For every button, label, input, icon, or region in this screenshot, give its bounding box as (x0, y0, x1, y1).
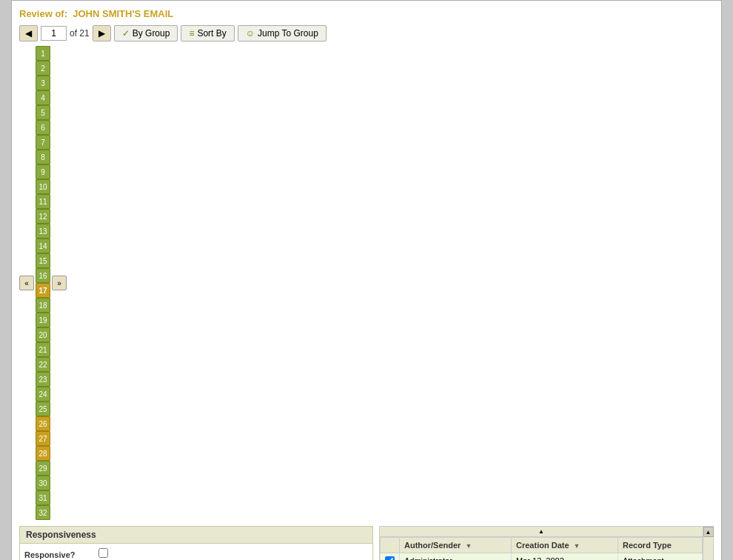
author-col-label: Author/Sender (404, 541, 461, 550)
main-container: Review of: JOHN SMITH'S EMAIL ◀ of 21 ▶ … (11, 0, 722, 560)
right-scrollbar[interactable]: ▲ ▼ (703, 527, 713, 560)
page-num-22[interactable]: 22 (36, 357, 50, 372)
review-subject: JOHN SMITH'S EMAIL (73, 8, 173, 19)
responsiveness-section: Responsiveness Responsive? Responsive To (19, 526, 373, 560)
responsive-checkbox[interactable] (98, 548, 108, 558)
checkbox-col-header (381, 538, 400, 553)
page-num-20[interactable]: 20 (36, 327, 50, 342)
page-num-5[interactable]: 5 (36, 105, 50, 120)
page-num-29[interactable]: 29 (36, 461, 50, 476)
sort-by-btn[interactable]: ≡ Sort By (181, 25, 234, 41)
date-col-label: Creation Date (516, 541, 569, 550)
jump-group-btn[interactable]: ☺ Jump To Group (238, 25, 327, 41)
author-cell: Administrator (400, 553, 512, 561)
page-num-9[interactable]: 9 (36, 164, 50, 179)
responsiveness-title: Responsiveness (26, 530, 96, 540)
date-sort-icon[interactable]: ▼ (574, 542, 580, 550)
type-col-header: Record Type (617, 538, 702, 553)
person-icon: ☺ (246, 28, 255, 39)
page-num-12[interactable]: 12 (36, 209, 50, 224)
page-num-26[interactable]: 26 (36, 416, 50, 431)
page-num-6[interactable]: 6 (36, 120, 50, 135)
type-col-label: Record Type (623, 541, 672, 550)
author-col-header[interactable]: Author/Sender ▼ (400, 538, 512, 553)
toolbar: ◀ of 21 ▶ ✓ By Group ≡ Sort By ☺ Jump To… (19, 25, 714, 41)
responsive-label: Responsive? (24, 548, 98, 559)
page-num-10[interactable]: 10 (36, 179, 50, 194)
right-table: Author/Sender ▼ Creation Date ▼ Record T… (380, 537, 703, 560)
right-panel: ▲ Author/Sender ▼ Creation D (379, 526, 714, 560)
page-num-8[interactable]: 8 (36, 150, 50, 164)
page-num-2[interactable]: 2 (36, 61, 50, 76)
review-label: Review of: (19, 8, 67, 19)
sort-by-label: Sort By (197, 28, 226, 39)
check-icon: ✓ (122, 28, 130, 39)
page-num-24[interactable]: 24 (36, 387, 50, 401)
page-num-16[interactable]: 16 (36, 268, 50, 283)
top-scroll-arrow: ▲ (538, 528, 544, 535)
date-cell: Mar 13, 2002 (512, 553, 618, 561)
scroll-up-btn[interactable]: ▲ (703, 527, 714, 537)
sort-icon: ≡ (189, 28, 194, 39)
page-num-4[interactable]: 4 (36, 90, 50, 105)
page-input[interactable] (41, 26, 67, 41)
page-num-28[interactable]: 28 (36, 446, 50, 461)
page-total: of 21 (70, 28, 90, 39)
page-num-1[interactable]: 1 (36, 46, 50, 61)
page-num-15[interactable]: 15 (36, 253, 50, 268)
left-panel: Responsiveness Responsive? Responsive To (19, 526, 373, 560)
jump-group-label: Jump To Group (258, 28, 318, 39)
scroll-v-track (704, 537, 713, 560)
right-table-body: 1 Administrator Mar 13, 2002 Attachment (381, 553, 703, 561)
pagination: « 12345678910111213141516171819202122232… (19, 46, 714, 520)
page-num-18[interactable]: 18 (36, 298, 50, 313)
page-num-31[interactable]: 31 (36, 490, 50, 505)
author-sort-icon[interactable]: ▼ (465, 542, 472, 550)
page-num-7[interactable]: 7 (36, 135, 50, 150)
page-num-32[interactable]: 32 (36, 505, 50, 520)
row-select-checkbox[interactable] (385, 556, 395, 560)
page-num-17[interactable]: 17 (36, 283, 50, 298)
page-num-27[interactable]: 27 (36, 431, 50, 446)
content-area: Responsiveness Responsive? Responsive To (19, 526, 714, 560)
responsiveness-header: Responsiveness (20, 527, 372, 544)
date-col-header[interactable]: Creation Date ▼ (512, 538, 618, 553)
page-num-19[interactable]: 19 (36, 313, 50, 327)
page-num-25[interactable]: 25 (36, 401, 50, 416)
by-group-label: By Group (133, 28, 170, 39)
table-row: 1 Administrator Mar 13, 2002 Attachment (381, 553, 703, 561)
page-first-btn[interactable]: « (19, 276, 34, 290)
page-num-11[interactable]: 11 (36, 194, 50, 209)
right-panel-content: ▲ Author/Sender ▼ Creation D (380, 527, 703, 560)
prev-btn[interactable]: ◀ (19, 25, 38, 41)
top-scroll-indicator[interactable]: ▲ (380, 527, 703, 537)
pagination-numbers: 1234567891011121314151617181920212223242… (36, 46, 50, 520)
page-num-14[interactable]: 14 (36, 239, 50, 253)
right-panel-flex: ▲ Author/Sender ▼ Creation D (380, 527, 713, 560)
page-num-23[interactable]: 23 (36, 372, 50, 387)
next-btn[interactable]: ▶ (93, 25, 111, 41)
type-cell: Attachment (617, 553, 702, 561)
review-header: Review of: JOHN SMITH'S EMAIL (19, 8, 714, 19)
by-group-btn[interactable]: ✓ By Group (114, 25, 178, 41)
row-checkbox-cell: 1 (381, 553, 400, 561)
page-num-3[interactable]: 3 (36, 76, 50, 90)
responsive-row: Responsive? (24, 548, 368, 560)
responsive-content (98, 548, 368, 560)
responsiveness-body: Responsive? Responsive To NULLRFP #1RFP … (20, 544, 372, 560)
page-num-13[interactable]: 13 (36, 224, 50, 239)
page-num-30[interactable]: 30 (36, 476, 50, 490)
page-num-21[interactable]: 21 (36, 342, 50, 357)
page-last-btn[interactable]: » (52, 276, 67, 290)
